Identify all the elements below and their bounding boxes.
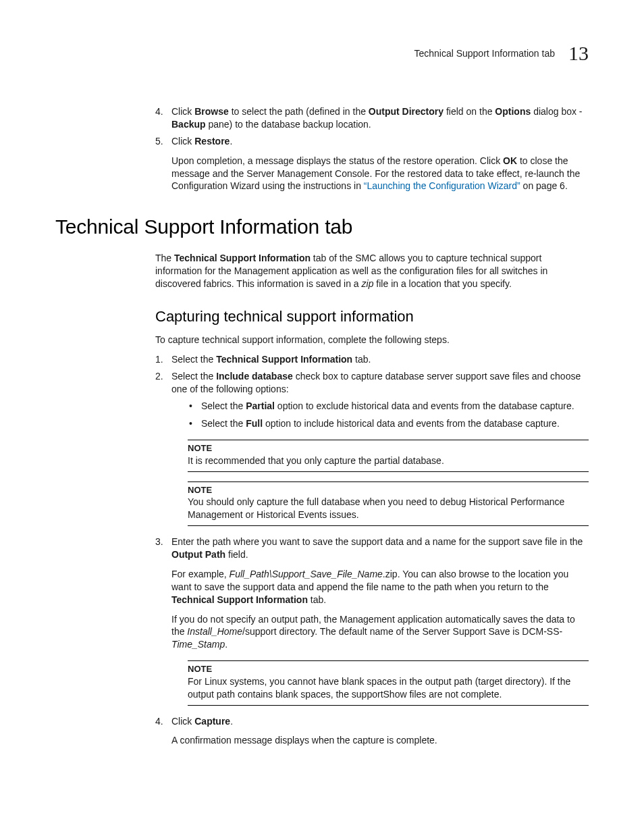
section-intro: The Technical Support Information tab of… (155, 252, 589, 747)
note-body: It is recommended that you only capture … (188, 454, 589, 467)
page: Technical Support Information tab 13 4. … (0, 0, 644, 834)
xref-launching-config-wizard[interactable]: “Launching the Configuration Wizard” (364, 180, 520, 191)
note-box-2: NOTE You should only capture the full da… (188, 481, 589, 526)
option-full: Select the Full option to include histor… (189, 417, 589, 430)
text: Enter the path where you want to save th… (171, 536, 583, 547)
capture-step-2: 2. Select the Include database check box… (155, 370, 589, 526)
step-3-example: For example, Full_Path\Support_Save_File… (171, 568, 589, 606)
text: option to include historical data and ev… (263, 418, 560, 429)
section-title: Technical Support Information tab (55, 215, 589, 238)
text: Click (171, 106, 194, 117)
text: For example, (171, 569, 230, 579)
tech-support-info-label: Technical Support Information (216, 354, 352, 365)
restore-label: Restore (194, 136, 230, 147)
step-3-default: If you do not specify an output path, th… (171, 613, 589, 652)
step-5: 5. Click Restore. Upon completion, a mes… (155, 135, 589, 193)
backup-label: Backup (171, 119, 206, 130)
subsection-title: Capturing technical support information (155, 308, 589, 325)
step-marker: 5. (155, 135, 163, 148)
capture-label: Capture (194, 716, 230, 727)
time-stamp-label: Time_Stamp (171, 639, 225, 650)
text: The (155, 253, 174, 263)
note-box-3: NOTE For Linux systems, you cannot have … (188, 660, 589, 705)
capture-steps: 1. Select the Technical Support Informat… (155, 353, 589, 747)
text: field on the (444, 106, 495, 117)
running-header-text: Technical Support Information tab (414, 48, 555, 59)
text: file in a location that you specify. (373, 278, 511, 289)
capture-step-4: 4. Click Capture. A confirmation message… (155, 715, 589, 748)
output-path-label: Output Path (171, 549, 225, 560)
text: Select the (171, 371, 216, 382)
text: option to exclude historical data and ev… (275, 400, 574, 411)
text: to select the path (defined in the (229, 106, 369, 117)
text: tab. (352, 354, 371, 365)
chapter-number: 13 (568, 42, 589, 65)
capture-step-1: 1. Select the Technical Support Informat… (155, 353, 589, 366)
restore-steps: 4. Click Browse to select the path (defi… (155, 105, 589, 192)
browse-label: Browse (194, 106, 229, 117)
text: . (230, 136, 232, 147)
step-marker: 4. (155, 105, 163, 118)
note-label: NOTE (188, 663, 589, 675)
step-marker: 4. (155, 715, 163, 728)
tech-support-info-label: Technical Support Information (174, 253, 311, 263)
step-4-detail: A confirmation message displays when the… (171, 734, 589, 747)
full-label: Full (246, 418, 263, 429)
include-database-label: Include database (216, 371, 293, 382)
option-partial: Select the Partial option to exclude his… (189, 400, 589, 413)
ok-label: OK (503, 155, 517, 166)
zip-label: zip (362, 278, 374, 289)
note-label: NOTE (188, 442, 589, 454)
step-marker: 2. (155, 370, 163, 383)
text: Select the (171, 354, 216, 365)
note-label: NOTE (188, 484, 589, 496)
running-header: Technical Support Information tab 13 (55, 42, 589, 65)
text: on page 6. (520, 180, 568, 191)
option-list: Select the Partial option to exclude his… (189, 400, 589, 431)
note-body: For Linux systems, you cannot have blank… (188, 675, 589, 701)
text: Select the (201, 400, 246, 411)
text: pane) to the database backup location. (206, 119, 371, 130)
options-label: Options (495, 106, 531, 117)
text: field. (225, 549, 248, 560)
step-marker: 1. (155, 353, 163, 366)
tech-support-info-label: Technical Support Information (171, 594, 308, 605)
text: dialog box - (531, 106, 582, 117)
step-4: 4. Click Browse to select the path (defi… (155, 105, 589, 131)
note-box-1: NOTE It is recommended that you only cap… (188, 440, 589, 471)
text: . (225, 639, 227, 650)
text: Upon completion, a message displays the … (171, 155, 503, 166)
note-body: You should only capture the full databas… (188, 496, 589, 521)
lead-paragraph: To capture technical support information… (155, 334, 589, 346)
step-5-detail: Upon completion, a message displays the … (171, 155, 589, 193)
output-directory-label: Output Directory (369, 106, 444, 117)
text: /support directory. The default name of … (242, 626, 562, 637)
step-marker: 3. (155, 536, 163, 548)
text: Click (171, 136, 194, 147)
partial-label: Partial (246, 400, 275, 411)
example-path: Full_Path\Support_Save_File_Name (230, 569, 383, 579)
capture-step-3: 3. Enter the path where you want to save… (155, 536, 589, 705)
body-column-top: 4. Click Browse to select the path (defi… (155, 105, 589, 192)
intro-paragraph: The Technical Support Information tab of… (155, 252, 589, 290)
text: Click (171, 716, 194, 727)
text: tab. (308, 594, 326, 605)
install-home-label: Install_Home (187, 626, 242, 637)
text: . (230, 716, 233, 727)
text: Select the (201, 418, 246, 429)
